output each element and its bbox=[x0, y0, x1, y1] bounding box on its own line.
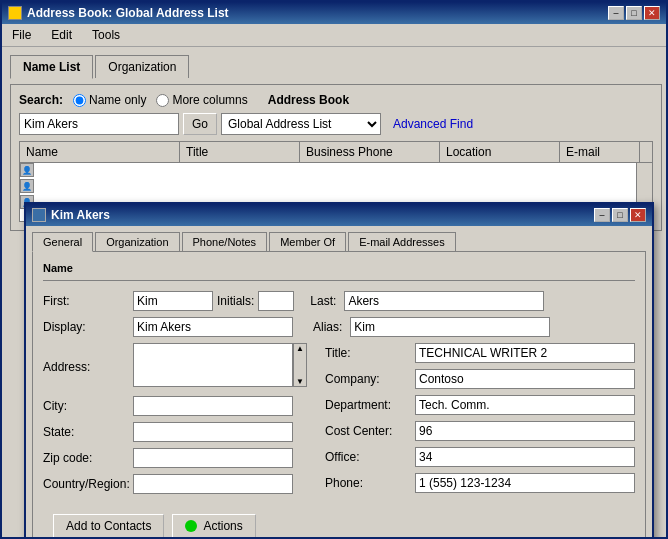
address-book-select[interactable]: Global Address List bbox=[221, 113, 381, 135]
first-input[interactable] bbox=[133, 291, 213, 311]
inner-dialog-title-bar: Kim Akers – □ ✕ bbox=[26, 204, 652, 226]
inner-tab-phone-notes[interactable]: Phone/Notes bbox=[182, 232, 268, 251]
cost-center-label: Cost Center: bbox=[325, 424, 415, 438]
inner-tab-general[interactable]: General bbox=[32, 232, 93, 252]
window-title: Address Book: Global Address List bbox=[27, 6, 229, 20]
strip-icon-1: 👤 bbox=[20, 163, 34, 177]
country-row: Country/Region: bbox=[43, 474, 315, 494]
col-title: Title bbox=[180, 142, 300, 162]
office-input[interactable] bbox=[415, 447, 635, 467]
last-input[interactable] bbox=[344, 291, 544, 311]
strip-icon-2: 👤 bbox=[20, 179, 34, 193]
address-scrollbar[interactable]: ▲ ▼ bbox=[293, 343, 307, 387]
name-section-label: Name bbox=[43, 262, 635, 274]
actions-label: Actions bbox=[203, 519, 242, 533]
inner-tab-organization[interactable]: Organization bbox=[95, 232, 179, 251]
initials-input[interactable] bbox=[258, 291, 294, 311]
right-col: Title: Company: Department: Cost Ce bbox=[325, 343, 635, 500]
address-row: Address: ▲ ▼ bbox=[43, 343, 315, 390]
office-label: Office: bbox=[325, 450, 415, 464]
inner-close-button[interactable]: ✕ bbox=[630, 208, 646, 222]
zip-row: Zip code: bbox=[43, 448, 315, 468]
title-bar: Address Book: Global Address List – □ ✕ bbox=[2, 2, 666, 24]
department-label: Department: bbox=[325, 398, 415, 412]
main-tabs: Name List Organization bbox=[10, 55, 662, 78]
address-textarea-container: ▲ ▼ bbox=[133, 343, 293, 390]
search-input[interactable] bbox=[19, 113, 179, 135]
radio-name-only-input[interactable] bbox=[73, 94, 86, 107]
department-input[interactable] bbox=[415, 395, 635, 415]
inner-minimize-button[interactable]: – bbox=[594, 208, 610, 222]
inner-dialog-title: Kim Akers bbox=[51, 208, 110, 222]
go-button[interactable]: Go bbox=[183, 113, 217, 135]
zip-input[interactable] bbox=[133, 448, 293, 468]
inner-restore-button[interactable]: □ bbox=[612, 208, 628, 222]
radio-group: Name only More columns bbox=[73, 93, 248, 107]
title-input[interactable] bbox=[415, 343, 635, 363]
tab-name-list[interactable]: Name List bbox=[10, 55, 93, 79]
radio-more-columns-input[interactable] bbox=[156, 94, 169, 107]
company-input[interactable] bbox=[415, 369, 635, 389]
minimize-button[interactable]: – bbox=[608, 6, 624, 20]
inner-tab-container: General Organization Phone/Notes Member … bbox=[26, 226, 652, 251]
address-right-cols: Address: ▲ ▼ City: bbox=[43, 343, 635, 500]
phone-input[interactable] bbox=[415, 473, 635, 493]
city-input[interactable] bbox=[133, 396, 293, 416]
cost-center-row: Cost Center: bbox=[325, 421, 635, 441]
name-section: Name bbox=[43, 262, 635, 281]
add-to-contacts-button[interactable]: Add to Contacts bbox=[53, 514, 164, 538]
state-row: State: bbox=[43, 422, 315, 442]
col-location: Location bbox=[440, 142, 560, 162]
alias-label: Alias: bbox=[313, 320, 342, 334]
inner-content-area: Name First: Initials: Last: Display: Al bbox=[32, 251, 646, 539]
country-input[interactable] bbox=[133, 474, 293, 494]
contact-icon bbox=[32, 208, 46, 222]
initials-label: Initials: bbox=[217, 294, 254, 308]
address-label: Address: bbox=[43, 360, 133, 374]
city-label: City: bbox=[43, 399, 133, 413]
inner-action-buttons: Add to Contacts Actions bbox=[43, 508, 635, 539]
menu-file[interactable]: File bbox=[6, 26, 37, 44]
last-label: Last: bbox=[310, 294, 336, 308]
col-email: E-mail bbox=[560, 142, 640, 162]
inner-tab-member-of[interactable]: Member Of bbox=[269, 232, 346, 251]
search-input-row: Go Global Address List Advanced Find bbox=[19, 113, 653, 135]
main-container: Name List Organization Search: Name only… bbox=[2, 47, 668, 539]
actions-button[interactable]: Actions bbox=[172, 514, 255, 538]
alias-input[interactable] bbox=[350, 317, 550, 337]
zip-label: Zip code: bbox=[43, 451, 133, 465]
company-label: Company: bbox=[325, 372, 415, 386]
display-label: Display: bbox=[43, 320, 133, 334]
inner-dialog-kim-akers: Kim Akers – □ ✕ General Organization Pho… bbox=[24, 202, 654, 539]
title-row: Title: bbox=[325, 343, 635, 363]
country-label: Country/Region: bbox=[43, 477, 133, 491]
state-label: State: bbox=[43, 425, 133, 439]
radio-more-columns[interactable]: More columns bbox=[156, 93, 247, 107]
company-row: Company: bbox=[325, 369, 635, 389]
address-book-icon bbox=[8, 6, 22, 20]
search-row: Search: Name only More columns Address B… bbox=[19, 93, 653, 107]
col-name: Name bbox=[20, 142, 180, 162]
title-bar-controls: – □ ✕ bbox=[608, 6, 660, 20]
green-status-dot bbox=[185, 520, 197, 532]
search-label: Search: bbox=[19, 93, 63, 107]
inner-tab-email-addresses[interactable]: E-mail Addresses bbox=[348, 232, 456, 251]
advanced-find-link[interactable]: Advanced Find bbox=[393, 117, 473, 131]
state-input[interactable] bbox=[133, 422, 293, 442]
cost-center-input[interactable] bbox=[415, 421, 635, 441]
tab-organization[interactable]: Organization bbox=[95, 55, 189, 78]
radio-name-only[interactable]: Name only bbox=[73, 93, 146, 107]
left-col: Address: ▲ ▼ City: bbox=[43, 343, 315, 500]
address-book-label: Address Book bbox=[268, 93, 349, 107]
menu-tools[interactable]: Tools bbox=[86, 26, 126, 44]
menu-bar: File Edit Tools bbox=[2, 24, 666, 47]
close-button[interactable]: ✕ bbox=[644, 6, 660, 20]
first-label: First: bbox=[43, 294, 133, 308]
address-textarea[interactable] bbox=[133, 343, 293, 387]
maximize-button[interactable]: □ bbox=[626, 6, 642, 20]
city-row: City: bbox=[43, 396, 315, 416]
office-row: Office: bbox=[325, 447, 635, 467]
phone-row: Phone: bbox=[325, 473, 635, 493]
menu-edit[interactable]: Edit bbox=[45, 26, 78, 44]
display-input[interactable] bbox=[133, 317, 293, 337]
